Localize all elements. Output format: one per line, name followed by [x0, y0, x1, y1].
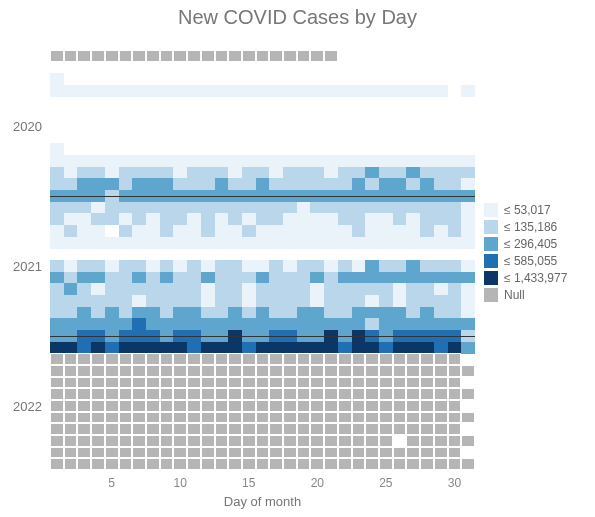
heatmap-cell	[379, 307, 393, 319]
heatmap-cell	[50, 155, 64, 167]
heatmap-cell	[132, 412, 146, 424]
heatmap-cell	[228, 342, 242, 354]
heatmap-cell	[393, 178, 407, 190]
heatmap-cell	[91, 435, 105, 447]
heatmap-cell	[64, 342, 78, 354]
heatmap-cell	[91, 202, 105, 214]
heatmap-cell	[50, 237, 64, 249]
heatmap-cell	[242, 447, 256, 459]
heatmap-cell	[215, 260, 229, 272]
heatmap-cell	[297, 318, 311, 330]
heatmap-cell	[64, 365, 78, 377]
heatmap-cell	[201, 447, 215, 459]
heatmap-cell	[283, 295, 297, 307]
heatmap-cell	[50, 412, 64, 424]
heatmap-cell	[283, 283, 297, 295]
heatmap-cell	[146, 272, 160, 284]
x-tick-label: 15	[242, 476, 255, 490]
heatmap-cell	[406, 272, 420, 284]
heatmap-cell	[64, 202, 78, 214]
heatmap-cell	[379, 365, 393, 377]
heatmap-cell	[365, 447, 379, 459]
heatmap-cell	[352, 377, 366, 389]
heatmap-cell	[119, 307, 133, 319]
heatmap-cell	[187, 260, 201, 272]
heatmap-cell	[105, 295, 119, 307]
heatmap-cell	[228, 202, 242, 214]
heatmap-cell	[91, 447, 105, 459]
heatmap-cell	[187, 202, 201, 214]
heatmap-cell	[105, 85, 119, 97]
legend-swatch	[484, 288, 498, 302]
heatmap-cell	[324, 213, 338, 225]
heatmap-cell	[91, 260, 105, 272]
heatmap-cell	[173, 400, 187, 412]
heatmap-cell	[269, 353, 283, 365]
heatmap-cell	[160, 167, 174, 179]
heatmap-cell	[352, 458, 366, 470]
heatmap-cell	[91, 295, 105, 307]
heatmap-cell	[434, 365, 448, 377]
y-tick-label: 2022	[13, 398, 42, 413]
heatmap-cell	[297, 412, 311, 424]
heatmap-cell	[256, 260, 270, 272]
heatmap-cell	[201, 307, 215, 319]
heatmap-cell	[173, 213, 187, 225]
heatmap-cell	[283, 388, 297, 400]
heatmap-cell	[448, 353, 462, 365]
heatmap-cell	[461, 342, 475, 354]
heatmap-cell	[228, 50, 242, 62]
heatmap-cell	[105, 167, 119, 179]
heatmap-cell	[283, 50, 297, 62]
heatmap-cell	[365, 237, 379, 249]
heatmap-cell	[434, 202, 448, 214]
y-tick-label: 2021	[13, 258, 42, 273]
heatmap-cell	[434, 388, 448, 400]
heatmap-cell	[132, 377, 146, 389]
heatmap-cell	[119, 272, 133, 284]
heatmap-cell	[310, 272, 324, 284]
heatmap-cell	[228, 213, 242, 225]
heatmap-cell	[119, 260, 133, 272]
heatmap-cell	[160, 283, 174, 295]
legend-swatch	[484, 203, 498, 217]
heatmap-cell	[228, 85, 242, 97]
heatmap-cell	[215, 178, 229, 190]
heatmap-cell	[50, 73, 64, 85]
heatmap-cell	[461, 388, 475, 400]
heatmap-cell	[352, 167, 366, 179]
heatmap-cell	[393, 423, 407, 435]
heatmap-cell	[297, 377, 311, 389]
heatmap-cell	[228, 295, 242, 307]
heatmap-cell	[215, 237, 229, 249]
heatmap-cell	[393, 202, 407, 214]
heatmap-cell	[324, 400, 338, 412]
heatmap-cell	[201, 260, 215, 272]
heatmap-cell	[228, 178, 242, 190]
heatmap-cell	[310, 435, 324, 447]
heatmap-cell	[310, 458, 324, 470]
heatmap-cell	[228, 400, 242, 412]
heatmap-cell	[461, 260, 475, 272]
heatmap-cell	[365, 167, 379, 179]
heatmap-cell	[338, 412, 352, 424]
heatmap-cell	[324, 435, 338, 447]
legend-label: Null	[504, 288, 525, 302]
heatmap-cell	[352, 342, 366, 354]
heatmap-cell	[105, 213, 119, 225]
heatmap-cell	[256, 283, 270, 295]
heatmap-cell	[242, 377, 256, 389]
heatmap-cell	[324, 423, 338, 435]
heatmap-cell	[324, 388, 338, 400]
legend-label: ≤ 1,433,977	[504, 271, 567, 285]
heatmap-cell	[215, 435, 229, 447]
heatmap-cell	[406, 458, 420, 470]
x-tick-label: 20	[311, 476, 324, 490]
heatmap-cell	[448, 213, 462, 225]
heatmap-cell	[105, 400, 119, 412]
heatmap-cell	[146, 353, 160, 365]
heatmap-cell	[269, 412, 283, 424]
heatmap-cell	[201, 225, 215, 237]
legend-label: ≤ 296,405	[504, 237, 557, 251]
heatmap-cell	[201, 365, 215, 377]
